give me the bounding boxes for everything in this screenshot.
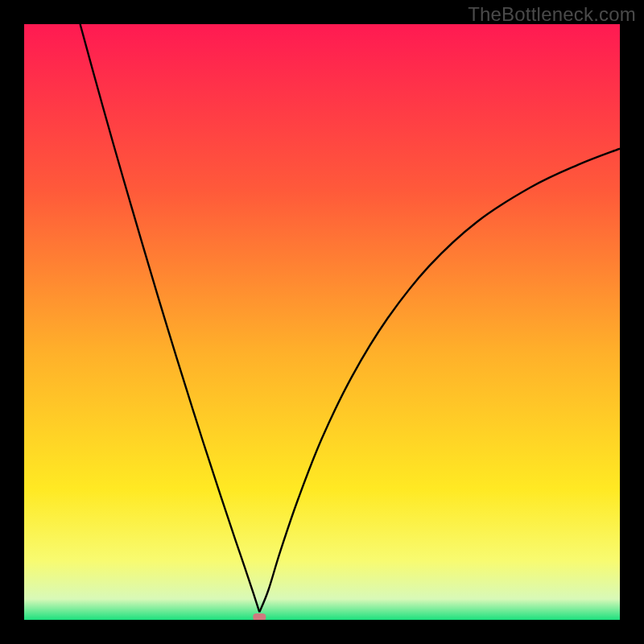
- gradient-background: [24, 24, 620, 620]
- minimum-marker: [253, 613, 266, 620]
- watermark-text: TheBottleneck.com: [468, 3, 636, 26]
- plot-area: [24, 24, 620, 620]
- chart-svg: [24, 24, 620, 620]
- chart-frame: TheBottleneck.com: [0, 0, 644, 644]
